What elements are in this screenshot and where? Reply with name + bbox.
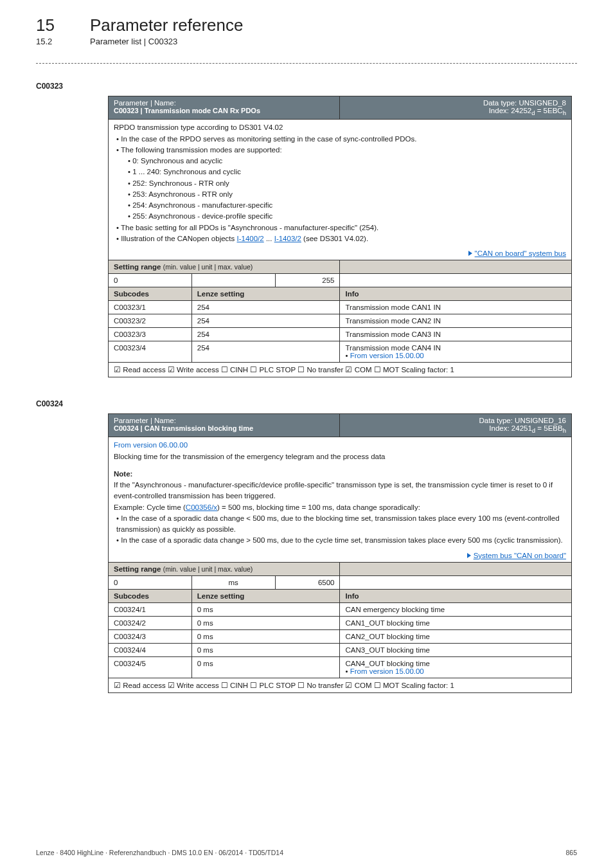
hdr-index: Index: 24252d = 5EBCh (345, 107, 566, 116)
lenze-setting: 0 ms (191, 616, 340, 629)
table-row: C00324/1 0 ms CAN emergency blocking tim… (109, 602, 572, 616)
setting-range-row: 0 ms 6500 (109, 575, 572, 589)
description-row: From version 06.00.00 Blocking time for … (109, 437, 572, 549)
table-row: C00323/4 254 Transmission mode CAN4 IN •… (109, 341, 572, 363)
link-from-version[interactable]: From version 06.00.00 (114, 440, 566, 451)
table-row: C00324/3 0 ms CAN2_OUT blocking time (109, 629, 572, 643)
subcode: C00324/4 (109, 643, 192, 656)
subcode: C00323/2 (109, 314, 192, 328)
param-code-heading: C00323 (36, 82, 577, 91)
hdr-index: Index: 24251d = 5EBBh (345, 424, 566, 434)
range-unit: ms (191, 575, 275, 589)
note-bullet: • In the case of a sporadic data change … (116, 513, 566, 536)
table-header-row: Parameter | Name: C00324 | CAN transmiss… (109, 414, 572, 437)
info: CAN1_OUT blocking time (340, 616, 572, 629)
desc-line: Blocking time for the transmission of th… (114, 451, 566, 462)
range-max: 255 (275, 274, 340, 287)
subcode: C00324/3 (109, 629, 192, 643)
range-unit (191, 274, 275, 287)
table-row: C00323/3 254 Transmission mode CAN3 IN (109, 328, 572, 341)
lenze-setting: 254 (191, 341, 340, 363)
desc-subbullet: • 255: Asynchronous - device-profile spe… (128, 211, 566, 222)
lenze-setting: 0 ms (191, 656, 340, 678)
table-header-row: Parameter | Name: C00323 | Transmission … (109, 96, 572, 120)
link-system-bus[interactable]: System bus "CAN on board" (474, 552, 566, 559)
chapter-title: Parameter reference (90, 15, 243, 35)
system-link-row: System bus "CAN on board" (109, 549, 572, 563)
desc-bullet: • The following transmission modes are s… (116, 145, 566, 156)
desc-bullet: • Illustration of the CANopen objects I-… (116, 233, 566, 244)
hdr-title: C00324 | CAN transmission blocking time (114, 424, 334, 432)
desc-subbullet: • 252: Synchronous - RTR only (128, 178, 566, 189)
setting-range-header: Setting range (min. value | unit | max. … (109, 562, 572, 575)
subcode: C00323/3 (109, 328, 192, 341)
info: Transmission mode CAN3 IN (340, 328, 572, 341)
desc-subbullet: • 0: Synchronous and acyclic (128, 156, 566, 167)
system-link-row: "CAN on board" system bus (109, 247, 572, 260)
hdr-left-label: Parameter | Name: (114, 417, 334, 424)
param-table-c00324: Parameter | Name: C00324 | CAN transmiss… (108, 413, 572, 693)
section-title: Parameter list | C00323 (90, 37, 177, 46)
info: CAN emergency blocking time (340, 602, 572, 616)
subcode: C00323/1 (109, 301, 192, 314)
table-row: C00323/1 254 Transmission mode CAN1 IN (109, 301, 572, 314)
range-max: 6500 (275, 575, 340, 589)
desc-subbullet: • 253: Asynchronous - RTR only (128, 189, 566, 200)
link-from-version[interactable]: From version 15.00.00 (350, 352, 424, 359)
subcode: C00323/4 (109, 341, 192, 363)
link-cycle-time[interactable]: C00356/x (186, 503, 217, 511)
access-footer-row: ☑ Read access ☑ Write access ☐ CINH ☐ PL… (109, 678, 572, 692)
desc-line: RPDO transmission type according to DS30… (114, 122, 566, 133)
note-bullet: • In the case of a sporadic data change … (116, 535, 566, 546)
footer-page-number: 865 (565, 849, 577, 856)
lenze-setting: 0 ms (191, 643, 340, 656)
lenze-setting: 254 (191, 328, 340, 341)
triangle-icon (468, 251, 472, 256)
info: Transmission mode CAN1 IN (340, 301, 572, 314)
info: CAN2_OUT blocking time (340, 629, 572, 643)
note-line: Example: Cycle time (C00356/x) = 500 ms,… (114, 502, 566, 513)
link-from-version[interactable]: From version 15.00.00 (350, 667, 424, 675)
access-footer-row: ☑ Read access ☑ Write access ☐ CINH ☐ PL… (109, 363, 572, 377)
setting-range-header: Setting range (min. value | unit | max. … (109, 260, 572, 274)
info: CAN3_OUT blocking time (340, 643, 572, 656)
desc-subbullet: • 254: Asynchronous - manufacturer-speci… (128, 200, 566, 211)
note-label: Note: (114, 469, 566, 480)
section-number: 15.2 (36, 37, 75, 46)
link-canopen-object[interactable]: I-1403/2 (274, 235, 301, 242)
desc-subbullet: • 1 ... 240: Synchronous and cyclic (128, 167, 566, 177)
hdr-left-label: Parameter | Name: (114, 99, 334, 107)
table-row: C00323/2 254 Transmission mode CAN2 IN (109, 314, 572, 328)
link-canopen-object[interactable]: I-1400/2 (237, 235, 264, 242)
info: CAN4_OUT blocking time • From version 15… (340, 656, 572, 678)
description-row: RPDO transmission type according to DS30… (109, 120, 572, 247)
range-min: 0 (109, 575, 192, 589)
table-row: C00324/4 0 ms CAN3_OUT blocking time (109, 643, 572, 656)
footer-left: Lenze · 8400 HighLine · Referenzhandbuch… (36, 849, 283, 856)
subcodes-header: Subcodes Lenze setting Info (109, 287, 572, 301)
desc-bullet: • In the case of the RPDO serves as moni… (116, 134, 566, 145)
subcode: C00324/2 (109, 616, 192, 629)
access-footer: ☑ Read access ☑ Write access ☐ CINH ☐ PL… (109, 363, 572, 377)
separator (36, 63, 577, 64)
access-footer: ☑ Read access ☑ Write access ☐ CINH ☐ PL… (109, 678, 572, 692)
lenze-setting: 254 (191, 301, 340, 314)
info: Transmission mode CAN4 IN • From version… (340, 341, 572, 363)
hdr-datatype: Data type: UNSIGNED_16 (345, 417, 566, 424)
subcode: C00324/1 (109, 602, 192, 616)
hdr-title: C00323 | Transmission mode CAN Rx PDOs (114, 107, 334, 114)
lenze-setting: 0 ms (191, 602, 340, 616)
link-system-bus[interactable]: "CAN on board" system bus (475, 249, 566, 257)
range-min: 0 (109, 274, 192, 287)
hdr-datatype: Data type: UNSIGNED_8 (345, 99, 566, 107)
lenze-setting: 0 ms (191, 629, 340, 643)
desc-bullet: • The basic setting for all PDOs is "Asy… (116, 222, 566, 233)
param-code-heading: C00324 (36, 399, 577, 408)
setting-range-row: 0 255 (109, 274, 572, 287)
page-footer: Lenze · 8400 HighLine · Referenzhandbuch… (36, 849, 577, 856)
table-row: C00324/2 0 ms CAN1_OUT blocking time (109, 616, 572, 629)
lenze-setting: 254 (191, 314, 340, 328)
subcode: C00324/5 (109, 656, 192, 678)
note-line: If the "Asynchronous - manufacturer-spec… (114, 480, 566, 502)
chapter-number: 15 (36, 15, 75, 35)
